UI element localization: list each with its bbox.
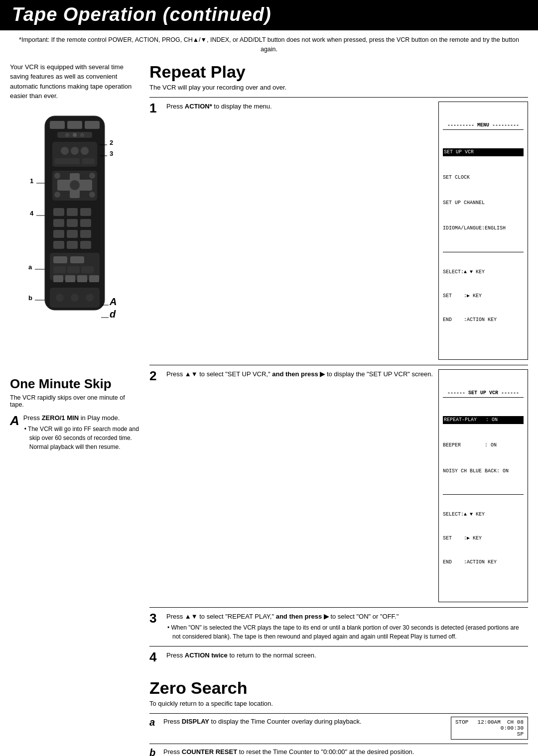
substep-b-letter: b (149, 747, 158, 756)
svg-rect-2 (67, 121, 82, 129)
repeat-play-section: Repeat Play The VCR will play your recor… (149, 62, 528, 664)
svg-rect-48 (67, 266, 80, 273)
display-a-counter: 0:00:30 (455, 725, 524, 731)
repeat-play-desc: The VCR will play your recording over an… (149, 84, 528, 91)
svg-point-59 (86, 294, 94, 302)
svg-text:1: 1 (30, 177, 33, 185)
svg-rect-32 (80, 208, 91, 216)
step-2-number: 2 (149, 369, 161, 382)
svg-text:A: A (109, 296, 117, 307)
svg-point-25 (89, 173, 95, 179)
remote-svg: 2 3 1 (17, 111, 132, 360)
svg-rect-35 (80, 219, 91, 227)
svg-rect-41 (80, 241, 91, 249)
svg-point-23 (70, 180, 80, 190)
svg-rect-49 (81, 266, 94, 273)
step-a-label: Press ZERO/1 MIN in Play mode. (23, 413, 139, 423)
svg-text:b: b (28, 294, 32, 302)
substep-a-display: STOP 12:00AM CH 08 0:00:30 SP (451, 717, 528, 740)
svg-rect-31 (67, 208, 78, 216)
svg-point-5 (65, 133, 69, 137)
svg-rect-33 (53, 219, 64, 227)
svg-point-15 (81, 147, 89, 155)
step-4-number: 4 (149, 650, 161, 663)
step-3: 3 Press ▲▼ to select "REPEAT PLAY," and … (149, 607, 528, 642)
step-2-menu: ------ SET UP VCR ------ REPEAT-PLAY : O… (438, 369, 528, 602)
step-4-content: Press ACTION twice to return to the norm… (166, 650, 528, 660)
vcr-intro-text: Your VCR is equipped with several time s… (10, 62, 139, 101)
one-minute-skip-title: One Minute Skip (10, 376, 139, 392)
zero-search-section: Zero Search To quickly return to a speci… (149, 678, 528, 756)
svg-rect-1 (50, 121, 65, 129)
svg-point-7 (80, 133, 84, 137)
svg-rect-52 (77, 275, 87, 282)
step-1: 1 Press ACTION* to display the menu. ---… (149, 97, 528, 360)
display-a-time-ch: 12:00AM CH 08 (478, 719, 524, 725)
svg-rect-45 (53, 256, 67, 263)
svg-rect-3 (85, 121, 100, 129)
one-minute-skip-section: One Minute Skip The VCR rapidly skips ov… (10, 376, 139, 452)
svg-point-13 (61, 147, 69, 155)
svg-text:d: d (110, 309, 116, 320)
step-2: 2 Press ▲▼ to select "SET UP VCR," and t… (149, 365, 528, 602)
svg-point-24 (54, 173, 60, 179)
substep-b: b Press COUNTER RESET to reset the Time … (149, 744, 528, 756)
svg-rect-17 (82, 158, 95, 164)
svg-text:2: 2 (110, 139, 113, 146)
zero-search-desc: To quickly return to a specific tape loc… (149, 700, 528, 707)
svg-rect-40 (67, 241, 78, 249)
svg-rect-16 (55, 158, 80, 164)
svg-point-58 (71, 294, 79, 302)
svg-rect-37 (67, 230, 78, 238)
step-1-menu: --------- MENU --------- SET UP VCR SET … (438, 102, 528, 360)
svg-rect-46 (70, 256, 84, 263)
svg-rect-53 (89, 275, 99, 282)
svg-point-26 (54, 192, 60, 198)
svg-rect-47 (53, 266, 66, 273)
step-2-content: Press ▲▼ to select "SET UP VCR," and the… (166, 369, 433, 379)
svg-rect-36 (53, 230, 64, 238)
step-3-number: 3 (149, 612, 161, 625)
page-title: Tape Operation (continued) (12, 4, 526, 25)
display-a-sp: SP (455, 731, 524, 737)
step-1-content: Press ACTION* to display the menu. (166, 102, 433, 111)
substep-a-letter: a (149, 717, 158, 728)
left-column: Your VCR is equipped with several time s… (10, 62, 144, 756)
page-header: Tape Operation (continued) (0, 0, 538, 30)
step-a-bullet: The VCR will go into FF search mode and … (23, 425, 139, 451)
step-4: 4 Press ACTION twice to return to the no… (149, 646, 528, 663)
substep-b-content: Press COUNTER RESET to reset the Time Co… (163, 747, 528, 756)
svg-rect-30 (53, 208, 64, 216)
display-a-stop: STOP (455, 719, 468, 725)
svg-point-6 (73, 133, 77, 137)
step-3-content: Press ▲▼ to select "REPEAT PLAY," and th… (166, 612, 528, 642)
repeat-play-title: Repeat Play (149, 62, 528, 82)
remote-illustration: 2 3 1 (17, 111, 132, 361)
step-1-number: 1 (149, 102, 161, 114)
svg-text:a: a (28, 263, 32, 271)
svg-text:3: 3 (110, 150, 113, 157)
one-minute-skip-subtitle: The VCR rapidly skips over one minute of… (10, 394, 139, 408)
svg-point-14 (71, 147, 79, 155)
svg-rect-38 (80, 230, 91, 238)
zero-search-title: Zero Search (149, 678, 528, 698)
svg-rect-51 (65, 275, 75, 282)
step-a-letter: A (10, 413, 19, 429)
svg-rect-50 (53, 275, 63, 282)
svg-point-27 (89, 192, 95, 198)
substep-a: a Press DISPLAY to display the Time Coun… (149, 713, 528, 740)
svg-point-57 (56, 294, 64, 302)
svg-text:4: 4 (30, 210, 34, 217)
svg-rect-39 (53, 241, 64, 249)
important-note: *Important: If the remote control POWER,… (15, 35, 523, 54)
right-column: Repeat Play The VCR will play your recor… (144, 62, 528, 756)
svg-rect-34 (67, 219, 78, 227)
substep-a-content: Press DISPLAY to display the Time Counte… (163, 717, 446, 727)
